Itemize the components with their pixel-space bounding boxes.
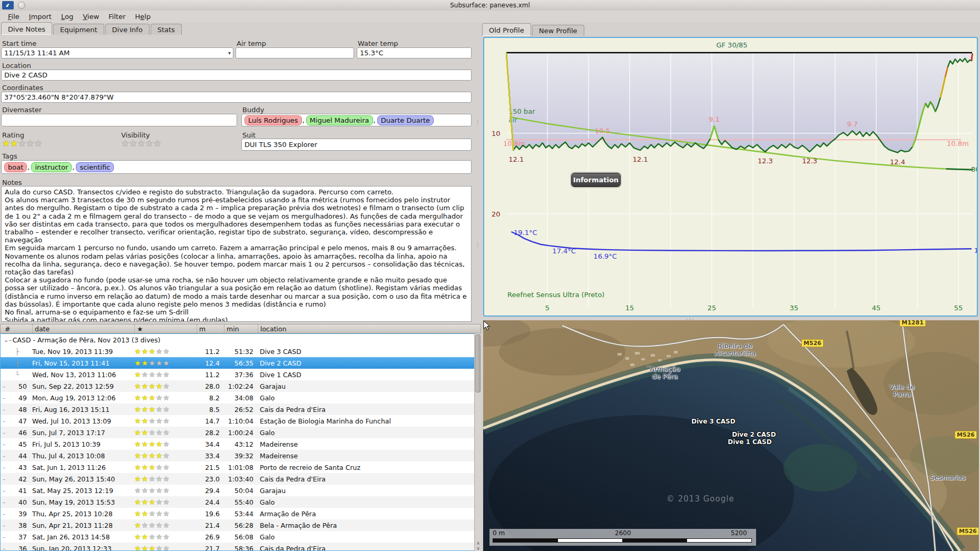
dive-date: Sun, May 26, 2013 15:40 (32, 475, 134, 483)
table-row[interactable]: –49Mon, Aug 19, 2013 12:06★★★★★8.234:08G… (1, 392, 481, 404)
menu-filter[interactable]: Filter (104, 12, 130, 22)
dive-list-body[interactable]: ⌄– CASD - Armação de Pêra, Nov 2013 (3 d… (0, 333, 481, 551)
star-icon[interactable]: ★ (153, 138, 161, 149)
star-icon: ★ (149, 347, 156, 356)
dive-number: 44 (10, 452, 32, 460)
tab-stats[interactable]: Stats (151, 24, 182, 35)
dive-duration: 58:36 (224, 545, 258, 551)
rating-stars[interactable]: ★★★★★ (2, 139, 42, 149)
star-icon: ★ (156, 475, 163, 483)
star-icon: ★ (156, 544, 163, 551)
visibility-stars[interactable]: ★★★★★ (121, 139, 161, 149)
table-row[interactable]: –40Sun, May 19, 2013 15:53★★★★★24.455:40… (1, 496, 481, 508)
scrollbar-arrows[interactable]: ∧∨ (475, 540, 482, 551)
table-row[interactable]: –38Sun, Apr 21, 2013 11:28★★★★★21.456:28… (1, 519, 481, 531)
table-row[interactable]: –42Sun, May 26, 2013 15:40★★★★★23.01:03:… (1, 473, 481, 485)
menu-file[interactable]: File (3, 12, 24, 22)
column-header-date[interactable]: date (32, 324, 134, 333)
table-row[interactable]: –50Sun, Sep 22, 2013 12:59★★★★★28.01:02:… (1, 380, 481, 392)
profile-panel: Old ProfileNew Profile 10.8m10.8mGF 30/8… (482, 22, 980, 551)
star-icon[interactable]: ★ (26, 138, 34, 149)
dive-duration: 34:08 (224, 394, 258, 402)
right-tab-bar[interactable]: Old ProfileNew Profile (482, 23, 585, 36)
star-icon[interactable]: ★ (2, 138, 10, 149)
table-row[interactable]: –48Fri, Aug 16, 2013 15:11★★★★★8.526:52C… (1, 404, 481, 415)
star-icon[interactable]: ★ (145, 138, 153, 149)
dive-number: 48 (10, 406, 32, 414)
trip-group-row[interactable]: ⌄– CASD - Armação de Pêra, Nov 2013 (3 d… (1, 334, 481, 346)
water-temp-field[interactable]: 15.3°C (357, 47, 472, 58)
star-icon: ★ (149, 428, 156, 437)
notes-textarea[interactable]: Aula do curso CASD. Transectos c/video e… (1, 186, 472, 322)
column-header-min[interactable]: min (224, 324, 258, 333)
tab-dive-info[interactable]: Dive Info (105, 24, 150, 35)
map-place-label: Ribeira de Alcantarilha (714, 342, 756, 357)
menu-view[interactable]: View (78, 12, 104, 22)
column-header-location[interactable]: location (258, 324, 481, 333)
air-temp-field[interactable] (236, 47, 354, 58)
dive-duration: 1:03:40 (224, 475, 258, 483)
dive-site-marker-label: Dive 2 CASD (732, 431, 776, 438)
table-row[interactable]: –39Thu, Apr 25, 2013 10:28★★★★★19.653:44… (1, 508, 481, 519)
dive-date: Sun, Jul 7, 2013 17:17 (32, 429, 134, 437)
dive-depth: 29.4 (197, 487, 224, 495)
table-row[interactable]: –47Wed, Jul 10, 2013 13:09★★★★★14.71:10:… (1, 415, 481, 427)
star-icon[interactable]: ★ (121, 138, 129, 149)
menu-bar[interactable]: FileImportLogViewFilterHelp (0, 11, 980, 22)
star-icon: ★ (134, 509, 142, 518)
table-row[interactable]: –36Sun, Jan 20, 2013 12:33★★★★★21.758:36… (1, 543, 481, 551)
tree-branch-icon: ├ (10, 359, 32, 367)
tab-equipment[interactable]: Equipment (53, 24, 104, 35)
tab-new-profile[interactable]: New Profile (532, 25, 584, 36)
table-row[interactable]: ├Fri, Nov 15, 2013 11:41★★★★★12.456:35Di… (1, 357, 481, 369)
buddy-field[interactable]: Luís Rodrigues,Miguel Madureira,Duarte D… (241, 114, 472, 126)
table-row[interactable]: └Wed, Nov 13, 2013 11:06★★★★★11.237:36Di… (1, 369, 481, 380)
panel-splitter[interactable]: ⋮ ⋮ (473, 35, 481, 322)
column-header-stars[interactable]: ★ (134, 324, 197, 333)
star-icon[interactable]: ★ (10, 138, 18, 149)
tab-dive-notes[interactable]: Dive Notes (1, 22, 52, 35)
scrollbar-thumb[interactable] (475, 334, 481, 392)
tags-field[interactable]: boat,instructor,scientific (1, 160, 472, 174)
suit-field[interactable]: DUI TLS 350 Explorer (241, 139, 472, 151)
table-row[interactable]: ├Tue, Nov 19, 2013 11:39★★★★★11.251:32Di… (1, 346, 481, 357)
table-row[interactable]: –37Sat, Jan 26, 2013 14:58★★★★★26.956:08… (1, 531, 481, 543)
dive-location: Cais da Pedra d'Eira (258, 406, 481, 414)
dive-list-header[interactable]: #date★mminlocation (0, 324, 481, 333)
column-header-num[interactable]: # (1, 324, 32, 333)
menu-import[interactable]: Import (24, 12, 56, 22)
svg-text:air: air (508, 116, 518, 124)
tab-old-profile[interactable]: Old Profile (482, 23, 531, 36)
star-icon[interactable]: ★ (34, 138, 42, 149)
star-icon: ★ (134, 463, 142, 471)
divemaster-field[interactable] (1, 114, 237, 126)
start-time-combobox[interactable]: 11/15/13 11:41 AM▾ (1, 47, 233, 58)
dive-number: 45 (10, 440, 32, 448)
star-icon: ★ (149, 382, 156, 390)
dive-number: 41 (10, 487, 32, 495)
table-row[interactable]: –45Fri, Jul 5, 2013 10:39★★★★★34.443:12M… (1, 438, 481, 450)
star-icon: ★ (163, 475, 170, 483)
column-header-m[interactable]: m (197, 324, 224, 333)
menu-log[interactable]: Log (56, 12, 78, 22)
dive-location: Garajau (258, 382, 481, 390)
table-row[interactable]: –43Sat, Jun 1, 2013 11:26★★★★★21.51:01:0… (1, 461, 481, 473)
scale-bar-segments (493, 538, 752, 543)
star-icon: ★ (142, 393, 149, 402)
location-field[interactable]: Dive 2 CASD (1, 70, 472, 81)
water-temp-label: Water temp (358, 40, 398, 47)
menu-help[interactable]: Help (130, 12, 155, 22)
title-bar[interactable]: Subsurface: paneves.xml (0, 0, 980, 11)
table-row[interactable]: –46Sun, Jul 7, 2013 17:17★★★★★28.21:00:2… (1, 427, 481, 438)
table-row[interactable]: –44Thu, Jul 4, 2013 10:08★★★★★33.439:32M… (1, 450, 481, 461)
star-icon[interactable]: ★ (129, 138, 137, 149)
scale-label: 5200 (731, 529, 747, 537)
star-icon[interactable]: ★ (138, 138, 145, 149)
coordinates-field[interactable]: 37°05'23.460"N 8°20'47.879"W (1, 92, 472, 103)
dive-location-map[interactable]: Armação de PêraRibeira de AlcantarilhaVa… (483, 320, 979, 551)
information-button[interactable]: Information (571, 173, 621, 187)
table-row[interactable]: –41Sat, May 25, 2013 12:19★★★★★29.450:04… (1, 485, 481, 496)
star-icon[interactable]: ★ (18, 138, 26, 149)
dive-list-scrollbar[interactable]: ∧∨ (474, 333, 481, 551)
left-tab-bar[interactable]: Dive NotesEquipmentDive InfoStats (1, 22, 183, 35)
